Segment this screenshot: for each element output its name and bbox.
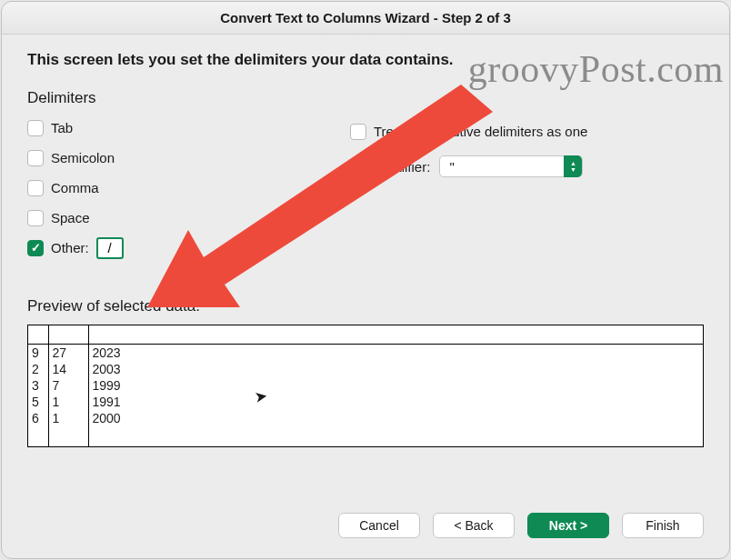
delimiters-heading: Delimiters — [27, 89, 350, 107]
label-space: Space — [51, 210, 90, 225]
label-comma: Comma — [51, 180, 99, 195]
next-button[interactable]: Next > — [527, 513, 609, 538]
titlebar: Convert Text to Columns Wizard - Step 2 … — [2, 2, 729, 35]
checkbox-treat-consecutive[interactable] — [350, 124, 366, 140]
label-treat-consecutive: Treat consecutive delimiters as one — [374, 124, 587, 139]
checkbox-semicolon[interactable] — [27, 150, 44, 166]
label-semicolon: Semicolon — [51, 150, 115, 165]
label-tab: Tab — [51, 120, 73, 135]
checkbox-comma[interactable] — [27, 180, 44, 196]
wizard-window: Convert Text to Columns Wizard - Step 2 … — [1, 1, 730, 559]
checkbox-other[interactable]: ✓ — [27, 240, 44, 256]
table-row: 9272023 — [28, 345, 688, 362]
label-other: Other: — [51, 240, 89, 255]
instruction-text: This screen lets you set the delimiters … — [27, 51, 704, 69]
delimiter-comma-row[interactable]: Comma — [27, 173, 350, 203]
other-delimiter-input[interactable] — [96, 237, 124, 259]
delimiter-space-row[interactable]: Space — [27, 203, 350, 233]
button-bar: Cancel < Back Next > Finish — [2, 496, 729, 558]
treat-consecutive-row[interactable]: Treat consecutive delimiters as one — [350, 116, 704, 146]
cancel-button[interactable]: Cancel — [338, 513, 420, 538]
back-button[interactable]: < Back — [433, 513, 515, 538]
text-qualifier-select[interactable]: " ▲▼ — [439, 155, 583, 177]
delimiter-tab-row[interactable]: Tab — [27, 113, 350, 143]
content-area: groovyPost.com This screen lets you set … — [2, 35, 729, 496]
finish-button[interactable]: Finish — [622, 513, 704, 538]
text-qualifier-label: Text qualifier: — [350, 159, 430, 175]
preview-label: Preview of selected data: — [27, 297, 704, 315]
checkbox-tab[interactable] — [27, 120, 44, 136]
checkbox-space[interactable] — [27, 210, 44, 226]
table-row: 2142003 — [28, 362, 688, 378]
delimiter-other-row[interactable]: ✓ Other: — [27, 233, 350, 263]
preview-box: 9272023 2142003 371999 511991 612000 — [27, 325, 704, 447]
preview-table: 9272023 2142003 371999 511991 612000 — [28, 345, 688, 427]
window-title: Convert Text to Columns Wizard - Step 2 … — [220, 10, 511, 25]
text-qualifier-value: " — [449, 159, 454, 175]
table-row: 511991 — [28, 395, 688, 411]
table-row: 612000 — [28, 411, 688, 427]
delimiter-semicolon-row[interactable]: Semicolon — [27, 143, 350, 173]
table-row: 371999 — [28, 378, 688, 395]
stepper-icon[interactable]: ▲▼ — [564, 155, 582, 177]
